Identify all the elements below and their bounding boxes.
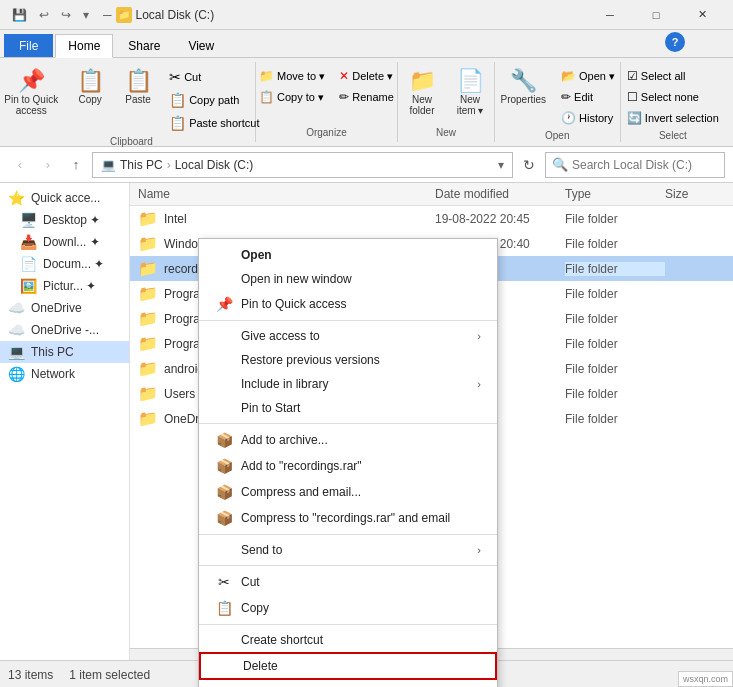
ctx-create-shortcut[interactable]: Create shortcut [199,628,497,652]
new-folder-button[interactable]: 📁 Newfolder [400,66,444,120]
ctx-give-access[interactable]: Give access to › [199,324,497,348]
rename-button[interactable]: ✏ Rename [334,87,399,107]
ctx-restore-versions[interactable]: Restore previous versions [199,348,497,372]
address-bar[interactable]: 💻 This PC › Local Disk (C:) ▾ [92,152,513,178]
window-controls: ─ □ ✕ [587,0,725,30]
col-size[interactable]: Size [665,187,725,201]
invert-selection-button[interactable]: 🔄 Invert selection [622,108,724,128]
close-button[interactable]: ✕ [679,0,725,30]
paste-button[interactable]: 📋 Paste [116,66,160,109]
ctx-open[interactable]: Open [199,243,497,267]
ctx-copy[interactable]: 📋 Copy [199,595,497,621]
search-box[interactable]: 🔍 [545,152,725,178]
ctx-send-to[interactable]: Send to › [199,538,497,562]
file-type: File folder [565,262,665,276]
open-button[interactable]: 📂 Open ▾ [556,66,620,86]
sidebar-item-onedrive[interactable]: ☁️ OneDrive [0,297,129,319]
sidebar-item-quick-access[interactable]: ⭐ Quick acce... [0,187,129,209]
ctx-cut[interactable]: ✂ Cut [199,569,497,595]
tab-home[interactable]: Home [55,34,113,58]
sidebar-item-this-pc[interactable]: 💻 This PC [0,341,129,363]
ctx-add-rar[interactable]: 📦 Add to "recordings.rar" [199,453,497,479]
ctx-compress-left: 📦 Compress and email... [215,484,361,500]
minimize-button[interactable]: ─ [587,0,633,30]
help-button[interactable]: ? [665,32,685,52]
address-local-disk[interactable]: Local Disk (C:) [175,158,254,172]
sidebar-item-network[interactable]: 🌐 Network [0,363,129,385]
tab-file[interactable]: File [4,34,53,57]
search-input[interactable] [572,158,718,172]
open-items: 🔧 Properties 📂 Open ▾ ✏ Edit 🕐 History [494,66,620,128]
ribbon-group-select: ☑ Select all ☐ Select none 🔄 Invert sele… [621,62,725,142]
delete-button[interactable]: ✕ Delete ▾ [334,66,399,86]
cut-button[interactable]: ✂ Cut [164,66,264,88]
move-to-button[interactable]: 📁 Move to ▾ [254,66,330,86]
organize-label: Organize [306,127,347,138]
desktop-icon: 🖥️ [20,212,37,228]
history-button[interactable]: 🕐 History [556,108,620,128]
pin-to-quick-access-button[interactable]: 📌 Pin to Quickaccess [0,66,64,120]
ctx-rename[interactable]: Rename [199,680,497,687]
onedrive-icon: ☁️ [8,300,25,316]
address-dropdown-icon[interactable]: ▾ [498,158,504,172]
select-col: ☑ Select all ☐ Select none 🔄 Invert sele… [622,66,724,128]
sidebar-onedrive-label: OneDrive [31,301,82,315]
properties-button[interactable]: 🔧 Properties [494,66,552,109]
ctx-compress-email[interactable]: 📦 Compress and email... [199,479,497,505]
ctx-compress-rar-email[interactable]: 📦 Compress to "recordings.rar" and email [199,505,497,531]
select-none-button[interactable]: ☐ Select none [622,87,724,107]
new-item-button[interactable]: 📄 Newitem ▾ [448,66,492,120]
ctx-delete[interactable]: Delete [199,652,497,680]
select-all-icon: ☑ [627,69,638,83]
paste-shortcut-button[interactable]: 📋 Paste shortcut [164,112,264,134]
ctx-add-archive[interactable]: 📦 Add to archive... [199,427,497,453]
file-row[interactable]: 📁 Intel 19-08-2022 20:45 File folder [130,206,733,231]
address-this-pc[interactable]: This PC [120,158,163,172]
ctx-add-archive-label: Add to archive... [241,433,328,447]
quick-access-toolbar: 💾 ↩ ↪ ▾ [8,6,93,24]
toolbar-dropdown-icon[interactable]: ▾ [79,6,93,24]
folder-icon: 📁 [138,234,158,253]
ribbon-group-organize: 📁 Move to ▾ 📋 Copy to ▾ ✕ Delete ▾ ✏ Ren… [256,62,398,142]
undo-icon[interactable]: ↩ [35,6,53,24]
refresh-button[interactable]: ↻ [517,153,541,177]
ctx-include-library[interactable]: Include in library › [199,372,497,396]
sidebar-item-pictures[interactable]: 🖼️ Pictur... ✦ [0,275,129,297]
sidebar: ⭐ Quick acce... 🖥️ Desktop ✦ 📥 Downl... … [0,183,130,660]
ctx-sep-5 [199,624,497,625]
edit-button[interactable]: ✏ Edit [556,87,620,107]
sidebar-item-documents[interactable]: 📄 Docum... ✦ [0,253,129,275]
ctx-give-access-arrow: › [477,330,481,342]
sidebar-item-desktop[interactable]: 🖥️ Desktop ✦ [0,209,129,231]
select-all-button[interactable]: ☑ Select all [622,66,724,86]
sidebar-item-downloads[interactable]: 📥 Downl... ✦ [0,231,129,253]
ctx-add-rar-left: 📦 Add to "recordings.rar" [215,458,362,474]
maximize-button[interactable]: □ [633,0,679,30]
sidebar-quick-access-label: Quick acce... [31,191,100,205]
cut-icon: ✂ [169,69,181,85]
copy-to-button[interactable]: 📋 Copy to ▾ [254,87,330,107]
ctx-shortcut-label: Create shortcut [241,633,323,647]
redo-icon[interactable]: ↪ [57,6,75,24]
tab-share[interactable]: Share [115,34,173,57]
col-name[interactable]: Name [138,187,435,201]
ctx-pin-start[interactable]: Pin to Start [199,396,497,420]
address-computer-icon: 💻 [101,158,116,172]
ctx-compress-label: Compress and email... [241,485,361,499]
tab-view[interactable]: View [175,34,227,57]
up-button[interactable]: ↑ [64,153,88,177]
ctx-open-new-window[interactable]: Open in new window [199,267,497,291]
copyto-icon: 📋 [259,90,274,104]
ctx-restore-label: Restore previous versions [241,353,380,367]
ctx-give-access-left: Give access to [215,329,320,343]
forward-button[interactable]: › [36,153,60,177]
copy-button[interactable]: 📋 Copy [68,66,112,109]
ctx-pin-quick-access[interactable]: 📌 Pin to Quick access [199,291,497,317]
col-date[interactable]: Date modified [435,187,565,201]
invert-icon: 🔄 [627,111,642,125]
sidebar-item-onedrive2[interactable]: ☁️ OneDrive -... [0,319,129,341]
copy-path-button[interactable]: 📋 Copy path [164,89,264,111]
quick-save-icon[interactable]: 💾 [8,6,31,24]
back-button[interactable]: ‹ [8,153,32,177]
col-type[interactable]: Type [565,187,665,201]
